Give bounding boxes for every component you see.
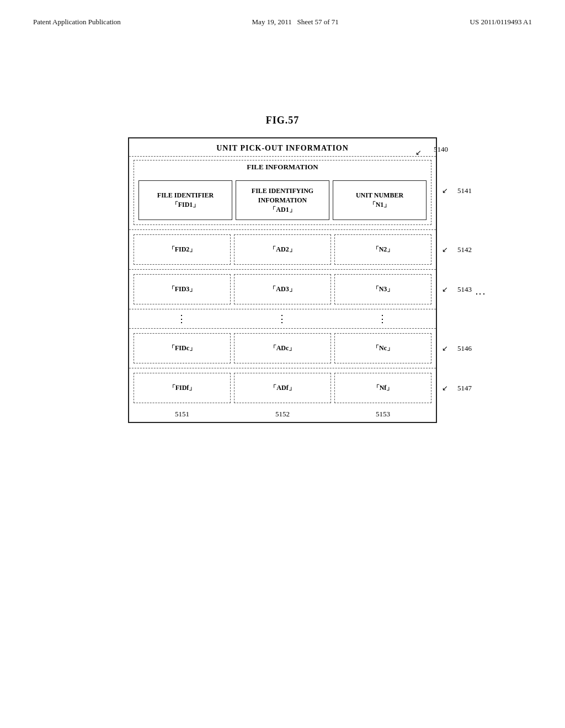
- arrow-5146: ↙: [442, 344, 448, 353]
- section-5142: 「FID2」 「AD2」 「N2」 5142 ↙: [129, 229, 436, 269]
- header-date: May 19, 2011: [252, 18, 292, 26]
- page-header: Patent Application Publication May 19, 2…: [0, 0, 565, 26]
- col-fidf: 「FIDf」: [134, 373, 231, 403]
- col-fid1: FILE IDENTIFIER「FID1」: [138, 180, 232, 220]
- header-center: May 19, 2011 Sheet 57 of 71: [252, 18, 339, 26]
- arrow-5147: ↙: [442, 384, 448, 393]
- dots-col2: ⋮: [234, 312, 331, 326]
- dots-col1: ⋮: [134, 312, 231, 326]
- outer-box: UNIT PICK-OUT INFORMATION FILE INFORMATI…: [128, 137, 437, 423]
- diagram-container: 5140 ↙ UNIT PICK-OUT INFORMATION FILE IN…: [122, 137, 443, 423]
- label-5142: 5142: [457, 245, 472, 254]
- dots-col3: ⋮: [334, 312, 431, 326]
- col-label-5151: 5151: [134, 410, 231, 419]
- col-n2: 「N2」: [334, 234, 431, 265]
- section-5147: 「FIDf」 「ADf」 「Nf」 5147 ↙: [129, 368, 436, 408]
- col-nc: 「Nc」: [334, 333, 431, 363]
- col-ad1: FILE IDENTIFYINGINFORMATION「AD1」: [236, 180, 329, 220]
- arrow-5141: ↙: [442, 186, 448, 195]
- col-ad3: 「AD3」: [234, 274, 331, 304]
- col-adf: 「ADf」: [234, 373, 331, 403]
- dots-section: ⋮ ⋮ ⋮: [129, 309, 436, 328]
- header-right: US 2011/0119493 A1: [470, 18, 532, 26]
- label-5141: 5141: [457, 186, 472, 195]
- col-nf: 「Nf」: [334, 373, 431, 403]
- col-label-5152: 5152: [234, 410, 331, 419]
- right-dots: ⋮: [475, 289, 487, 300]
- col-fidc: 「FIDc」: [134, 333, 231, 363]
- arrow-5142: ↙: [442, 245, 448, 254]
- col-fid3: 「FID3」: [134, 274, 231, 304]
- section-5143: 「FID3」 「AD3」 「N3」 5143 ↙: [129, 269, 436, 309]
- section-5146: 「FIDc」 「ADc」 「Nc」 5146 ↙: [129, 328, 436, 368]
- col-adc: 「ADc」: [234, 333, 331, 363]
- section-5141: FILE INFORMATION FILE IDENTIFIER「FID1」 F…: [129, 156, 436, 225]
- arrow-5143: ↙: [442, 285, 448, 294]
- label-5143: 5143: [457, 285, 472, 294]
- figure-title: FIG.57: [0, 115, 565, 126]
- header-row: FILE IDENTIFIER「FID1」 FILE IDENTIFYINGIN…: [134, 176, 431, 224]
- header-left: Patent Application Publication: [33, 18, 121, 26]
- col-n3: 「N3」: [334, 274, 431, 304]
- main-title: UNIT PICK-OUT INFORMATION: [129, 138, 436, 156]
- col-fid2: 「FID2」: [134, 234, 231, 265]
- header-sheet: Sheet 57 of 71: [297, 18, 338, 26]
- file-info-title: FILE INFORMATION: [134, 160, 431, 173]
- col-ad2: 「AD2」: [234, 234, 331, 265]
- col-labels-row: 5151 5152 5153: [129, 408, 436, 422]
- col-label-5153: 5153: [334, 410, 431, 419]
- col-n1: UNIT NUMBER「N1」: [333, 180, 427, 220]
- label-5146: 5146: [457, 344, 472, 353]
- label-5147: 5147: [457, 384, 472, 393]
